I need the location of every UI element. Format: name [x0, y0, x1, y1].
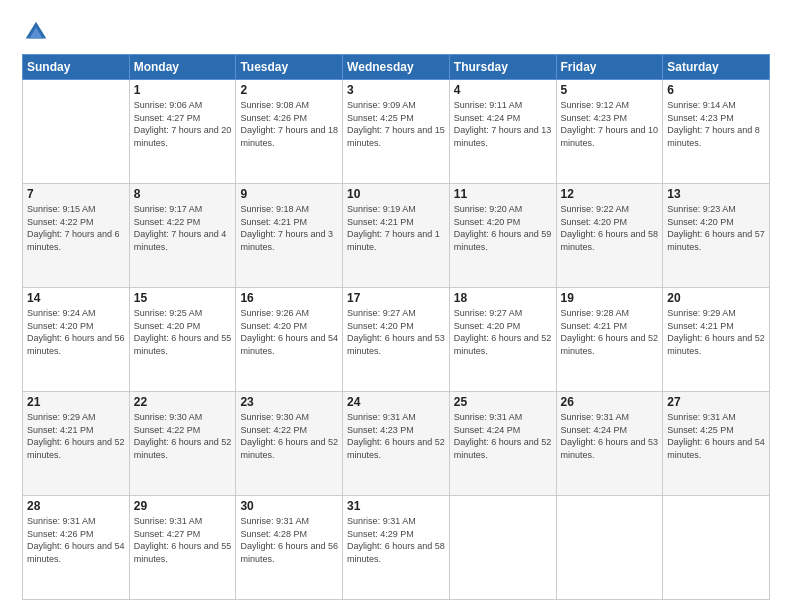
day-number: 25 — [454, 395, 552, 409]
calendar-cell: 11Sunrise: 9:20 AMSunset: 4:20 PMDayligh… — [449, 184, 556, 288]
calendar-cell: 2Sunrise: 9:08 AMSunset: 4:26 PMDaylight… — [236, 80, 343, 184]
day-number: 18 — [454, 291, 552, 305]
day-number: 9 — [240, 187, 338, 201]
calendar-cell: 25Sunrise: 9:31 AMSunset: 4:24 PMDayligh… — [449, 392, 556, 496]
logo — [22, 18, 54, 46]
calendar-cell: 20Sunrise: 9:29 AMSunset: 4:21 PMDayligh… — [663, 288, 770, 392]
cell-info: Sunrise: 9:31 AMSunset: 4:24 PMDaylight:… — [561, 411, 659, 461]
day-number: 12 — [561, 187, 659, 201]
calendar-cell: 16Sunrise: 9:26 AMSunset: 4:20 PMDayligh… — [236, 288, 343, 392]
day-number: 2 — [240, 83, 338, 97]
week-row-3: 14Sunrise: 9:24 AMSunset: 4:20 PMDayligh… — [23, 288, 770, 392]
weekday-monday: Monday — [129, 55, 236, 80]
cell-info: Sunrise: 9:24 AMSunset: 4:20 PMDaylight:… — [27, 307, 125, 357]
day-number: 31 — [347, 499, 445, 513]
cell-info: Sunrise: 9:28 AMSunset: 4:21 PMDaylight:… — [561, 307, 659, 357]
calendar-cell: 21Sunrise: 9:29 AMSunset: 4:21 PMDayligh… — [23, 392, 130, 496]
cell-info: Sunrise: 9:09 AMSunset: 4:25 PMDaylight:… — [347, 99, 445, 149]
calendar-cell: 30Sunrise: 9:31 AMSunset: 4:28 PMDayligh… — [236, 496, 343, 600]
week-row-1: 1Sunrise: 9:06 AMSunset: 4:27 PMDaylight… — [23, 80, 770, 184]
calendar-cell: 29Sunrise: 9:31 AMSunset: 4:27 PMDayligh… — [129, 496, 236, 600]
cell-info: Sunrise: 9:31 AMSunset: 4:29 PMDaylight:… — [347, 515, 445, 565]
day-number: 20 — [667, 291, 765, 305]
weekday-friday: Friday — [556, 55, 663, 80]
cell-info: Sunrise: 9:15 AMSunset: 4:22 PMDaylight:… — [27, 203, 125, 253]
cell-info: Sunrise: 9:31 AMSunset: 4:26 PMDaylight:… — [27, 515, 125, 565]
day-number: 4 — [454, 83, 552, 97]
day-number: 24 — [347, 395, 445, 409]
cell-info: Sunrise: 9:08 AMSunset: 4:26 PMDaylight:… — [240, 99, 338, 149]
day-number: 1 — [134, 83, 232, 97]
calendar-cell: 17Sunrise: 9:27 AMSunset: 4:20 PMDayligh… — [343, 288, 450, 392]
weekday-header-row: SundayMondayTuesdayWednesdayThursdayFrid… — [23, 55, 770, 80]
week-row-5: 28Sunrise: 9:31 AMSunset: 4:26 PMDayligh… — [23, 496, 770, 600]
cell-info: Sunrise: 9:27 AMSunset: 4:20 PMDaylight:… — [454, 307, 552, 357]
calendar-cell — [449, 496, 556, 600]
cell-info: Sunrise: 9:27 AMSunset: 4:20 PMDaylight:… — [347, 307, 445, 357]
cell-info: Sunrise: 9:19 AMSunset: 4:21 PMDaylight:… — [347, 203, 445, 253]
cell-info: Sunrise: 9:18 AMSunset: 4:21 PMDaylight:… — [240, 203, 338, 253]
calendar-cell: 6Sunrise: 9:14 AMSunset: 4:23 PMDaylight… — [663, 80, 770, 184]
cell-info: Sunrise: 9:06 AMSunset: 4:27 PMDaylight:… — [134, 99, 232, 149]
calendar-cell: 12Sunrise: 9:22 AMSunset: 4:20 PMDayligh… — [556, 184, 663, 288]
day-number: 5 — [561, 83, 659, 97]
cell-info: Sunrise: 9:31 AMSunset: 4:28 PMDaylight:… — [240, 515, 338, 565]
day-number: 16 — [240, 291, 338, 305]
day-number: 7 — [27, 187, 125, 201]
day-number: 30 — [240, 499, 338, 513]
calendar-cell: 9Sunrise: 9:18 AMSunset: 4:21 PMDaylight… — [236, 184, 343, 288]
day-number: 27 — [667, 395, 765, 409]
week-row-2: 7Sunrise: 9:15 AMSunset: 4:22 PMDaylight… — [23, 184, 770, 288]
calendar-cell: 5Sunrise: 9:12 AMSunset: 4:23 PMDaylight… — [556, 80, 663, 184]
day-number: 17 — [347, 291, 445, 305]
cell-info: Sunrise: 9:14 AMSunset: 4:23 PMDaylight:… — [667, 99, 765, 149]
calendar-cell: 8Sunrise: 9:17 AMSunset: 4:22 PMDaylight… — [129, 184, 236, 288]
day-number: 22 — [134, 395, 232, 409]
weekday-thursday: Thursday — [449, 55, 556, 80]
cell-info: Sunrise: 9:31 AMSunset: 4:25 PMDaylight:… — [667, 411, 765, 461]
cell-info: Sunrise: 9:12 AMSunset: 4:23 PMDaylight:… — [561, 99, 659, 149]
cell-info: Sunrise: 9:11 AMSunset: 4:24 PMDaylight:… — [454, 99, 552, 149]
cell-info: Sunrise: 9:22 AMSunset: 4:20 PMDaylight:… — [561, 203, 659, 253]
cell-info: Sunrise: 9:30 AMSunset: 4:22 PMDaylight:… — [240, 411, 338, 461]
weekday-sunday: Sunday — [23, 55, 130, 80]
day-number: 10 — [347, 187, 445, 201]
calendar-cell — [556, 496, 663, 600]
cell-info: Sunrise: 9:17 AMSunset: 4:22 PMDaylight:… — [134, 203, 232, 253]
calendar-cell: 3Sunrise: 9:09 AMSunset: 4:25 PMDaylight… — [343, 80, 450, 184]
week-row-4: 21Sunrise: 9:29 AMSunset: 4:21 PMDayligh… — [23, 392, 770, 496]
cell-info: Sunrise: 9:23 AMSunset: 4:20 PMDaylight:… — [667, 203, 765, 253]
day-number: 13 — [667, 187, 765, 201]
calendar-cell: 13Sunrise: 9:23 AMSunset: 4:20 PMDayligh… — [663, 184, 770, 288]
calendar-cell: 24Sunrise: 9:31 AMSunset: 4:23 PMDayligh… — [343, 392, 450, 496]
day-number: 11 — [454, 187, 552, 201]
weekday-wednesday: Wednesday — [343, 55, 450, 80]
weekday-saturday: Saturday — [663, 55, 770, 80]
calendar-cell — [23, 80, 130, 184]
day-number: 15 — [134, 291, 232, 305]
cell-info: Sunrise: 9:25 AMSunset: 4:20 PMDaylight:… — [134, 307, 232, 357]
calendar-cell: 26Sunrise: 9:31 AMSunset: 4:24 PMDayligh… — [556, 392, 663, 496]
day-number: 28 — [27, 499, 125, 513]
calendar-cell: 10Sunrise: 9:19 AMSunset: 4:21 PMDayligh… — [343, 184, 450, 288]
calendar-cell: 4Sunrise: 9:11 AMSunset: 4:24 PMDaylight… — [449, 80, 556, 184]
cell-info: Sunrise: 9:31 AMSunset: 4:23 PMDaylight:… — [347, 411, 445, 461]
cell-info: Sunrise: 9:30 AMSunset: 4:22 PMDaylight:… — [134, 411, 232, 461]
cell-info: Sunrise: 9:29 AMSunset: 4:21 PMDaylight:… — [27, 411, 125, 461]
cell-info: Sunrise: 9:26 AMSunset: 4:20 PMDaylight:… — [240, 307, 338, 357]
calendar-cell: 31Sunrise: 9:31 AMSunset: 4:29 PMDayligh… — [343, 496, 450, 600]
day-number: 8 — [134, 187, 232, 201]
calendar-cell: 27Sunrise: 9:31 AMSunset: 4:25 PMDayligh… — [663, 392, 770, 496]
calendar-cell: 15Sunrise: 9:25 AMSunset: 4:20 PMDayligh… — [129, 288, 236, 392]
calendar-cell: 1Sunrise: 9:06 AMSunset: 4:27 PMDaylight… — [129, 80, 236, 184]
calendar-cell: 22Sunrise: 9:30 AMSunset: 4:22 PMDayligh… — [129, 392, 236, 496]
day-number: 21 — [27, 395, 125, 409]
day-number: 14 — [27, 291, 125, 305]
header — [22, 18, 770, 46]
calendar-cell: 28Sunrise: 9:31 AMSunset: 4:26 PMDayligh… — [23, 496, 130, 600]
calendar-cell: 19Sunrise: 9:28 AMSunset: 4:21 PMDayligh… — [556, 288, 663, 392]
logo-icon — [22, 18, 50, 46]
calendar-cell: 14Sunrise: 9:24 AMSunset: 4:20 PMDayligh… — [23, 288, 130, 392]
day-number: 3 — [347, 83, 445, 97]
calendar-cell: 7Sunrise: 9:15 AMSunset: 4:22 PMDaylight… — [23, 184, 130, 288]
